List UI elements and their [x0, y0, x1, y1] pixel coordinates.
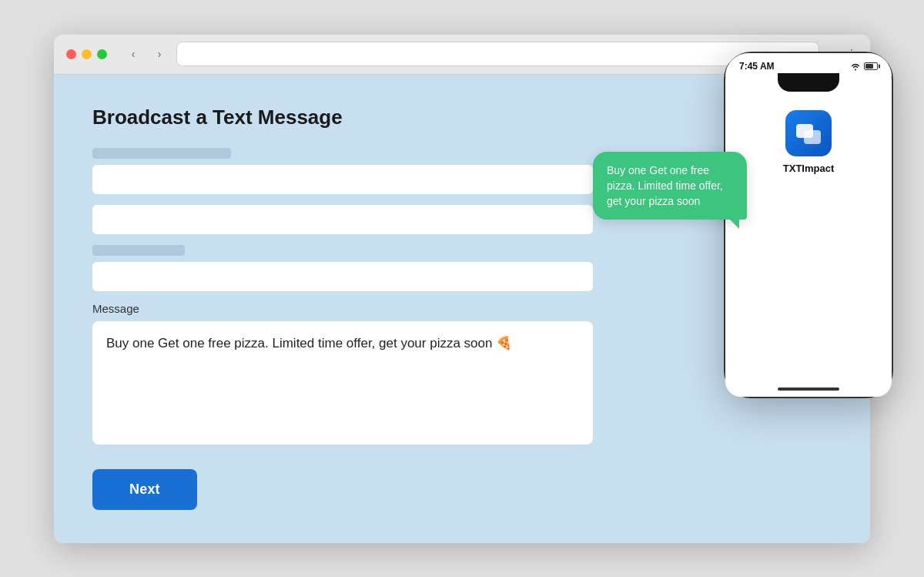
browser-content: Broadcast a Text Message Message Next [54, 75, 870, 543]
form-field-2[interactable] [92, 205, 593, 234]
minimize-button[interactable] [82, 49, 92, 59]
message-textarea[interactable] [92, 321, 593, 444]
message-label: Message [92, 302, 593, 315]
battery-icon [864, 62, 878, 70]
phone-screen: TXTImpact [725, 92, 892, 381]
phone-mockup: 7:45 AM [724, 52, 893, 398]
field-label-skeleton-2 [92, 245, 185, 256]
chat-bubble: Buy one Get one free pizza. Limited time… [593, 152, 747, 220]
field-label-skeleton-1 [92, 148, 231, 159]
next-button[interactable]: Next [92, 469, 197, 510]
form-field-3[interactable] [92, 262, 593, 291]
svg-rect-1 [804, 130, 821, 144]
nav-buttons: ‹ › [122, 43, 170, 65]
phone-notch [778, 73, 839, 92]
close-button[interactable] [66, 49, 76, 59]
phone-status-icons [850, 62, 878, 71]
back-button[interactable]: ‹ [122, 43, 144, 65]
traffic-lights [66, 49, 107, 59]
phone-time: 7:45 AM [739, 61, 775, 72]
form-field-1[interactable] [92, 165, 593, 194]
wifi-icon [850, 62, 861, 71]
phone-bottom [725, 381, 892, 397]
browser-window: ‹ › ⌕ ⋮ Broadcast a Text Message [54, 35, 870, 543]
forward-button[interactable]: › [149, 43, 170, 65]
home-indicator [778, 387, 839, 391]
app-icon-svg [795, 119, 822, 147]
form-section: Message Next [92, 148, 593, 510]
maximize-button[interactable] [97, 49, 107, 59]
app-icon [785, 110, 832, 156]
screenshot-wrapper: ‹ › ⌕ ⋮ Broadcast a Text Message [0, 0, 924, 577]
app-name: TXTImpact [783, 163, 834, 174]
page-title: Broadcast a Text Message [92, 106, 832, 129]
address-bar[interactable] [176, 42, 819, 66]
